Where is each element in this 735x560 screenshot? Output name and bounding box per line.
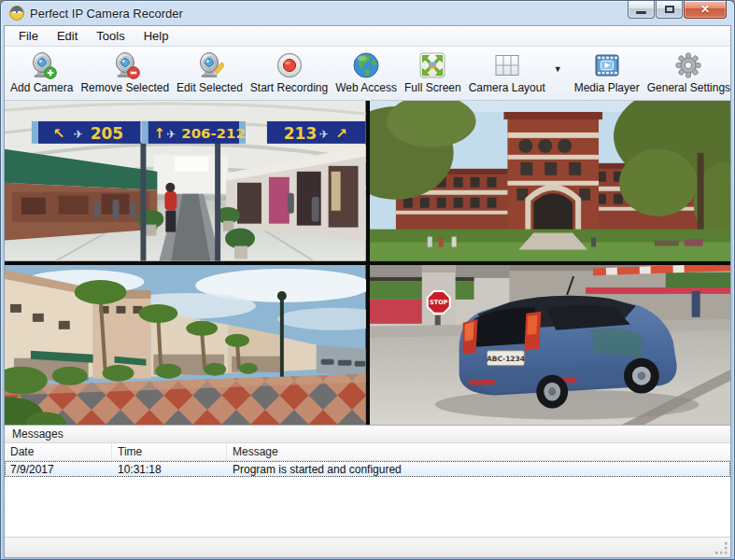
gear-icon xyxy=(673,50,703,80)
menu-tools[interactable]: Tools xyxy=(87,27,134,45)
messages-empty-area xyxy=(5,477,730,537)
full-screen-button[interactable]: Full Screen xyxy=(401,49,465,95)
title-bar[interactable]: Perfect IP Camera Recorder xyxy=(1,1,734,25)
client-area: File Edit Tools Help Add Camera xyxy=(4,25,731,558)
tool-label: Camera Layout xyxy=(469,81,545,94)
messages-panel-header: Messages xyxy=(5,425,730,443)
message-text: Program is started and configured xyxy=(227,463,730,476)
svg-text:213: 213 xyxy=(284,124,317,143)
globe-icon xyxy=(351,50,381,80)
message-date: 7/9/2017 xyxy=(5,463,112,476)
menu-edit[interactable]: Edit xyxy=(48,27,87,45)
camera-feed-airport[interactable]: ↖ ✈ 205 ↑ ✈ 206-212 213 ✈ ↗ xyxy=(5,101,366,261)
close-button[interactable]: ✕ xyxy=(684,1,727,19)
svg-text:✈: ✈ xyxy=(74,128,83,141)
tool-label: Remove Selected xyxy=(80,81,169,94)
svg-text:ABC-1234: ABC-1234 xyxy=(486,354,524,362)
svg-text:↖: ↖ xyxy=(53,125,65,142)
university-building-image xyxy=(370,101,731,261)
camera-feed-university[interactable] xyxy=(370,101,731,261)
messages-title-label: Messages xyxy=(12,427,64,441)
camera-layout-dropdown[interactable]: ▼ xyxy=(551,63,565,76)
window-title: Perfect IP Camera Recorder xyxy=(30,7,183,21)
tool-label: Full Screen xyxy=(404,81,461,94)
minimize-icon xyxy=(636,11,646,14)
column-header-time[interactable]: Time xyxy=(112,443,227,460)
fullscreen-icon xyxy=(417,50,447,80)
status-bar xyxy=(5,537,730,557)
window-controls: ✕ xyxy=(628,1,727,19)
webcam-remove-icon xyxy=(110,50,140,80)
messages-column-headers: Date Time Message xyxy=(5,443,730,461)
column-header-message[interactable]: Message xyxy=(227,443,730,460)
close-icon: ✕ xyxy=(700,4,710,15)
camera-grid: ↖ ✈ 205 ↑ ✈ 206-212 213 ✈ ↗ xyxy=(5,101,730,425)
webcam-add-icon xyxy=(27,50,57,80)
svg-text:206-212: 206-212 xyxy=(181,125,246,142)
tool-label: Edit Selected xyxy=(177,81,243,94)
minimize-button[interactable] xyxy=(628,1,655,19)
edit-selected-button[interactable]: Edit Selected xyxy=(173,49,247,95)
camera-feed-plaza[interactable] xyxy=(5,265,366,426)
parking-garage-car-image: STOP xyxy=(370,265,731,426)
airport-terminal-image: ↖ ✈ 205 ↑ ✈ 206-212 213 ✈ ↗ xyxy=(5,101,366,261)
svg-text:✈: ✈ xyxy=(319,128,329,141)
start-recording-button[interactable]: Start Recording xyxy=(247,49,332,95)
web-access-button[interactable]: Web Access xyxy=(332,49,401,95)
maximize-icon xyxy=(665,6,674,13)
camera-feed-garage[interactable]: STOP xyxy=(370,265,731,426)
menu-bar: File Edit Tools Help xyxy=(5,26,730,47)
camera-layout-button[interactable]: Camera Layout xyxy=(465,49,549,95)
shopping-plaza-image xyxy=(5,265,366,426)
tool-label: Add Camera xyxy=(10,81,73,94)
svg-text:↑: ↑ xyxy=(153,125,165,142)
add-camera-button[interactable]: Add Camera xyxy=(7,49,77,95)
menu-file[interactable]: File xyxy=(9,27,48,45)
grid-layout-icon xyxy=(492,50,522,80)
svg-text:✈: ✈ xyxy=(166,128,176,141)
messages-list: Date Time Message 7/9/2017 10:31:18 Prog… xyxy=(5,443,730,537)
tool-label: Web Access xyxy=(335,81,397,94)
app-window: Perfect IP Camera Recorder ✕ File Edit T… xyxy=(0,0,735,560)
message-row[interactable]: 7/9/2017 10:31:18 Program is started and… xyxy=(5,461,730,477)
tool-label: General Settings xyxy=(647,81,730,94)
app-icon xyxy=(9,6,24,21)
maximize-button[interactable] xyxy=(656,1,683,19)
remove-selected-button[interactable]: Remove Selected xyxy=(77,49,173,95)
menu-help[interactable]: Help xyxy=(134,27,178,45)
column-header-date[interactable]: Date xyxy=(5,443,112,460)
tool-label: Media Player xyxy=(574,81,640,94)
tool-label: Start Recording xyxy=(250,81,328,94)
svg-text:↗: ↗ xyxy=(336,125,348,142)
filmstrip-play-icon xyxy=(592,50,622,80)
general-settings-button[interactable]: General Settings xyxy=(643,49,731,95)
webcam-edit-icon xyxy=(194,50,224,80)
svg-text:205: 205 xyxy=(91,124,123,143)
resize-grip-icon[interactable] xyxy=(715,542,728,555)
record-icon xyxy=(275,50,304,80)
svg-text:STOP: STOP xyxy=(430,299,448,306)
media-player-button[interactable]: Media Player xyxy=(571,49,643,95)
message-time: 10:31:18 xyxy=(112,463,227,476)
toolbar: Add Camera Remove Selected xyxy=(5,47,730,101)
